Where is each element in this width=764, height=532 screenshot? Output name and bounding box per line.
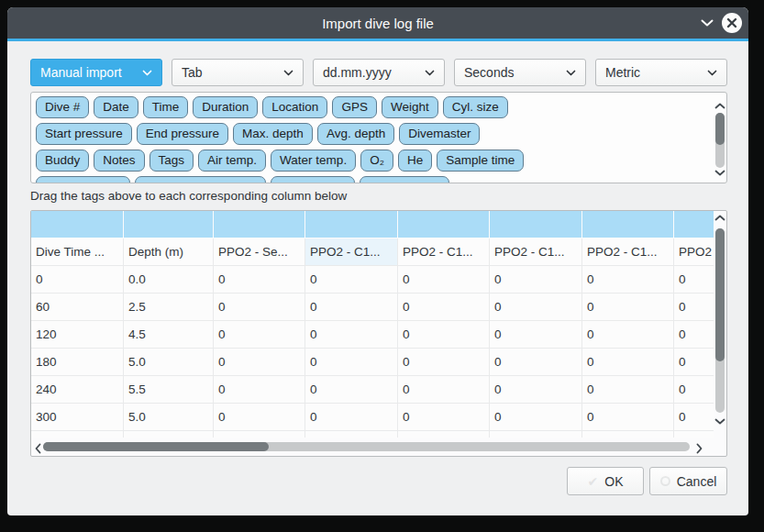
drop-target-cell[interactable] bbox=[305, 211, 398, 238]
table-cell[interactable] bbox=[490, 431, 582, 438]
field-tag[interactable]: Duration bbox=[193, 96, 258, 118]
table-cell[interactable]: 0 bbox=[490, 376, 582, 404]
table-cell[interactable]: 0 bbox=[674, 321, 714, 349]
table-cell[interactable]: 0 bbox=[31, 266, 124, 294]
scroll-left-icon[interactable] bbox=[35, 443, 41, 454]
table-cell[interactable]: 5.5 bbox=[124, 376, 214, 404]
scroll-up-icon[interactable] bbox=[714, 103, 725, 109]
table-cell[interactable]: 0 bbox=[490, 321, 582, 349]
table-cell[interactable]: 5.0 bbox=[124, 404, 214, 431]
table-cell[interactable] bbox=[674, 431, 714, 438]
field-separator-combo[interactable]: Tab bbox=[172, 59, 304, 86]
table-cell[interactable]: 0 bbox=[305, 404, 398, 431]
drop-target-cell[interactable] bbox=[214, 211, 305, 238]
field-tag[interactable]: Date bbox=[94, 96, 138, 118]
table-cell[interactable]: 0 bbox=[490, 404, 582, 431]
table-cell[interactable]: 240 bbox=[31, 376, 124, 404]
table-cell[interactable]: 0 bbox=[582, 321, 674, 349]
column-header[interactable]: PPO2 - C1... bbox=[398, 238, 490, 266]
cancel-button[interactable]: Cancel bbox=[649, 467, 727, 495]
table-cell[interactable]: 5.0 bbox=[124, 349, 214, 376]
table-cell[interactable]: 180 bbox=[31, 349, 124, 376]
duration-format-combo[interactable]: Seconds bbox=[454, 59, 586, 86]
table-cell[interactable]: 0 bbox=[398, 404, 490, 431]
table-cell[interactable]: 0 bbox=[214, 376, 305, 404]
field-tag[interactable]: Cyl. size bbox=[443, 96, 508, 118]
table-cell[interactable]: 0 bbox=[674, 349, 714, 376]
table-cell[interactable]: 0 bbox=[490, 266, 582, 294]
table-cell[interactable]: 0 bbox=[674, 266, 714, 294]
table-cell[interactable]: 4.5 bbox=[124, 321, 214, 349]
field-tag[interactable]: Dive # bbox=[36, 96, 89, 118]
field-tag[interactable]: O₂ bbox=[360, 150, 393, 172]
titlebar[interactable]: Import dive log file bbox=[7, 7, 748, 39]
drop-target-cell[interactable] bbox=[674, 211, 714, 238]
field-tag[interactable]: Time bbox=[143, 96, 189, 118]
table-cell[interactable]: 0 bbox=[214, 266, 305, 294]
table-cell[interactable]: 60 bbox=[31, 294, 124, 321]
table-cell[interactable]: 0 bbox=[582, 404, 674, 431]
field-tag[interactable]: Avg. depth bbox=[317, 123, 394, 145]
chevron-down-icon[interactable] bbox=[701, 19, 714, 27]
field-tag[interactable]: Location bbox=[262, 96, 327, 118]
field-tag[interactable]: Buddy bbox=[36, 150, 89, 172]
table-cell[interactable] bbox=[124, 431, 214, 438]
field-tag[interactable]: He bbox=[398, 150, 432, 172]
drop-target-cell[interactable] bbox=[124, 211, 214, 238]
table-cell[interactable]: 120 bbox=[31, 321, 124, 349]
table-cell[interactable]: 0 bbox=[674, 376, 714, 404]
import-mode-combo[interactable]: Manual import bbox=[30, 59, 162, 86]
units-combo[interactable]: Metric bbox=[595, 59, 727, 86]
scroll-right-icon[interactable] bbox=[696, 443, 703, 454]
close-icon[interactable] bbox=[722, 13, 742, 33]
date-format-combo[interactable]: dd.mm.yyyy bbox=[313, 59, 445, 86]
table-cell[interactable]: 0 bbox=[214, 294, 305, 321]
table-horizontal-scrollbar[interactable] bbox=[31, 438, 714, 456]
scrollbar-thumb[interactable] bbox=[43, 442, 269, 451]
table-cell[interactable]: 0 bbox=[582, 376, 674, 404]
field-tag[interactable]: Sample temperature bbox=[135, 176, 265, 183]
table-cell[interactable]: 2.5 bbox=[124, 294, 214, 321]
field-tag[interactable]: Water temp. bbox=[271, 150, 356, 172]
drop-target-cell[interactable] bbox=[582, 211, 674, 238]
table-cell[interactable]: 0 bbox=[582, 266, 674, 294]
column-header[interactable]: PPO2 - C1... bbox=[305, 238, 398, 266]
field-tag[interactable]: End pressure bbox=[137, 123, 228, 145]
field-tag[interactable]: Sample CNS bbox=[360, 176, 449, 183]
field-tag[interactable]: Air temp. bbox=[198, 150, 266, 172]
drop-target-cell[interactable] bbox=[398, 211, 490, 238]
table-cell[interactable]: 0 bbox=[214, 349, 305, 376]
drop-target-cell[interactable] bbox=[31, 211, 124, 238]
table-cell[interactable]: 0 bbox=[674, 294, 714, 321]
ok-button[interactable]: ✔ OK bbox=[567, 467, 644, 495]
table-cell[interactable]: 0 bbox=[582, 294, 674, 321]
table-cell[interactable]: 0 bbox=[305, 266, 398, 294]
scrollbar-thumb[interactable] bbox=[715, 113, 725, 145]
table-cell[interactable]: 0 bbox=[398, 266, 490, 294]
table-cell[interactable]: 0 bbox=[305, 294, 398, 321]
scrollbar-thumb[interactable] bbox=[715, 228, 725, 361]
table-cell[interactable]: 0.0 bbox=[124, 266, 214, 294]
table-vertical-scrollbar[interactable] bbox=[714, 211, 726, 438]
table-cell[interactable] bbox=[305, 431, 398, 438]
table-cell[interactable]: 0 bbox=[490, 294, 582, 321]
table-cell[interactable]: 0 bbox=[398, 294, 490, 321]
scroll-down-icon[interactable] bbox=[714, 418, 725, 425]
field-tag[interactable]: Start pressure bbox=[36, 123, 132, 145]
column-header[interactable]: PPO2 - C1... bbox=[582, 238, 674, 266]
table-cell[interactable] bbox=[214, 431, 305, 438]
table-cell[interactable]: 0 bbox=[214, 321, 305, 349]
field-tag[interactable]: Tags bbox=[149, 150, 194, 172]
field-tag[interactable]: Notes bbox=[94, 150, 144, 172]
table-cell[interactable]: 0 bbox=[582, 349, 674, 376]
field-tag[interactable]: Sample depth bbox=[36, 176, 130, 183]
table-cell[interactable]: 0 bbox=[305, 321, 398, 349]
table-cell[interactable]: 0 bbox=[305, 376, 398, 404]
column-header[interactable]: PPO2 bbox=[674, 238, 714, 266]
field-tag[interactable]: Max. depth bbox=[233, 123, 313, 145]
field-tag[interactable]: GPS bbox=[332, 96, 377, 118]
table-cell[interactable]: 0 bbox=[674, 404, 714, 431]
column-header[interactable]: Dive Time ... bbox=[31, 238, 124, 266]
column-header[interactable]: PPO2 - C1... bbox=[490, 238, 582, 266]
field-tag[interactable]: Weight bbox=[382, 96, 438, 118]
